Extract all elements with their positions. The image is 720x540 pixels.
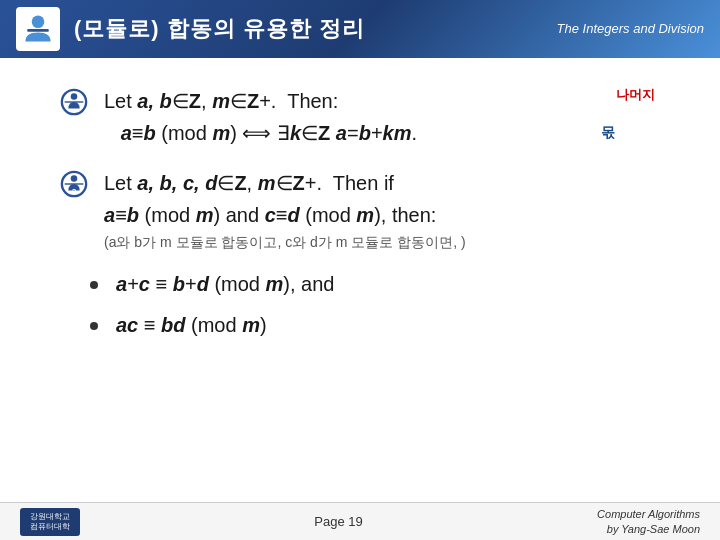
bullet-2-subtext: (a와 b가 m 모듈로 합동이고, c와 d가 m 모듈로 합동이면, ) — [104, 232, 670, 253]
bullet-2-line2: a≡b (mod m) and c≡d (mod m), then: — [104, 200, 670, 230]
header-subtitle: The Integers and Division — [557, 20, 704, 38]
svg-point-3 — [71, 93, 78, 100]
sub-bullet-text-1: a+c ≡ b+d (mod m), and — [116, 273, 335, 296]
footer-author: Computer Algorithms by Yang-Sae Moon — [597, 507, 700, 536]
bullet-2-content: Let a, b, c, d∈Z, m∈Z+. Then if a≡b (mod… — [104, 168, 670, 253]
svg-rect-1 — [27, 29, 49, 32]
sub-bullet-item-2: ac ≡ bd (mod m) — [90, 314, 670, 337]
bullet-1-line1: Let a, b∈Z, m∈Z+. Then: — [104, 86, 670, 116]
main-content: Let a, b∈Z, m∈Z+. Then: a≡b (mod m) ⟺ ∃k… — [0, 58, 720, 375]
svg-point-0 — [32, 16, 45, 29]
footer: 강원대학교 컴퓨터대학 Page 19 Computer Algorithms … — [0, 502, 720, 540]
svg-text:?: ? — [72, 187, 77, 196]
sub-bullet-item-1: a+c ≡ b+d (mod m), and — [90, 273, 670, 296]
footer-logo-box: 강원대학교 컴퓨터대학 — [20, 508, 80, 536]
bullet-icon-2: ? — [60, 170, 90, 200]
sub-bullet-dot-2 — [90, 322, 98, 330]
header-bar: (모듈로) 합동의 유용한 정리 The Integers and Divisi… — [0, 0, 720, 58]
svg-point-6 — [71, 175, 78, 182]
namuji-annotation: 나머지 — [616, 86, 655, 104]
bullet-item-1: Let a, b∈Z, m∈Z+. Then: a≡b (mod m) ⟺ ∃k… — [60, 86, 670, 150]
bullet-1-content: Let a, b∈Z, m∈Z+. Then: a≡b (mod m) ⟺ ∃k… — [104, 86, 670, 150]
bullet-item-2: ? Let a, b, c, d∈Z, m∈Z+. Then if a≡b (m… — [60, 168, 670, 253]
footer-logo-area: 강원대학교 컴퓨터대학 — [20, 508, 80, 536]
bullet-2-line1: Let a, b, c, d∈Z, m∈Z+. Then if — [104, 168, 670, 198]
header-title: (모듈로) 합동의 유용한 정리 — [74, 14, 365, 44]
bullet-1-line2: a≡b (mod m) ⟺ ∃k∈Z a=b+km. — [104, 118, 670, 148]
sub-bullet-text-2: ac ≡ bd (mod m) — [116, 314, 267, 337]
header-logo — [16, 7, 60, 51]
footer-page-number: Page 19 — [314, 514, 362, 529]
footer-logo-text: 강원대학교 컴퓨터대학 — [30, 512, 70, 531]
bullet-icon-1 — [60, 88, 90, 118]
sub-bullets-list: a+c ≡ b+d (mod m), and ac ≡ bd (mod m) — [60, 273, 670, 337]
mot-annotation: 몫 — [601, 124, 615, 142]
sub-bullet-dot-1 — [90, 281, 98, 289]
